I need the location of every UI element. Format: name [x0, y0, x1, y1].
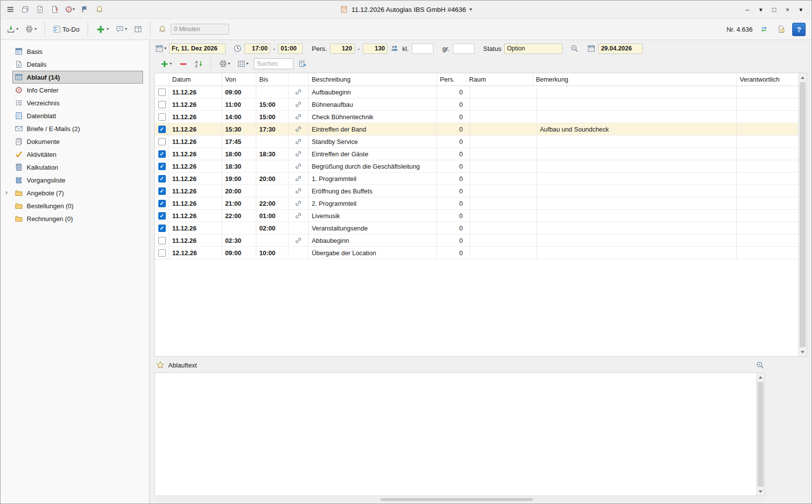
- print-button[interactable]: ▾: [23, 22, 39, 37]
- table-view-button[interactable]: ▾: [236, 57, 250, 71]
- sidebar-item-rechnungen[interactable]: Rechnungen (0): [12, 212, 143, 225]
- row-checkbox[interactable]: [158, 113, 166, 121]
- sidebar-item-angebote[interactable]: ›Angebote (7): [12, 186, 143, 199]
- delete-row-button[interactable]: [177, 57, 190, 71]
- new-document-button[interactable]: [33, 2, 47, 16]
- pers-to-field[interactable]: 130: [363, 44, 387, 54]
- notifications-button[interactable]: [93, 2, 106, 16]
- sidebar-item-dokumente[interactable]: Dokumente: [12, 135, 143, 148]
- bottom-scroll-down-button[interactable]: [757, 487, 764, 496]
- sidebar-item-aktivitaeten[interactable]: Aktivitäten: [12, 148, 143, 161]
- title-dropdown-icon[interactable]: ▾: [470, 7, 472, 12]
- column-header-verantwortlich[interactable]: Verantwortlich: [737, 73, 798, 86]
- column-header-link[interactable]: [288, 73, 309, 86]
- event-time-button[interactable]: [233, 43, 242, 54]
- table-row[interactable]: 11.12.2618:0018:30Eintreffen der Gäste0: [155, 148, 798, 160]
- row-checkbox[interactable]: [158, 126, 166, 133]
- kl-field[interactable]: [412, 44, 433, 54]
- table-export-button[interactable]: [297, 57, 309, 71]
- table-row[interactable]: 11.12.2622:0001:00Livemusik0: [155, 210, 798, 222]
- bookmark-document-button[interactable]: [48, 2, 62, 16]
- bottom-hscrollbar[interactable]: [154, 498, 765, 502]
- window-options-button[interactable]: ▾: [794, 2, 808, 16]
- row-checkbox[interactable]: [158, 89, 166, 96]
- event-date-field[interactable]: Fr, 11. Dez 2026: [169, 44, 226, 54]
- table-row[interactable]: 11.12.2614:0015:00Check Bühnentechnik0: [155, 111, 798, 123]
- column-header-datum[interactable]: Datum: [169, 73, 222, 86]
- sidebar-item-verzeichnis[interactable]: Verzeichnis: [12, 96, 143, 109]
- search-input[interactable]: [254, 58, 293, 69]
- reminder-minutes-field[interactable]: [171, 24, 229, 35]
- sidebar-item-vorgangsliste[interactable]: Vorgangsliste: [12, 174, 143, 186]
- gr-field[interactable]: [453, 44, 475, 54]
- sidebar-item-ablauf[interactable]: Ablauf (14): [12, 71, 143, 84]
- status-field[interactable]: Option: [504, 44, 563, 54]
- sidebar-item-briefe-emails[interactable]: Briefe / E-Mails (2): [12, 122, 143, 135]
- minimize-button[interactable]: –: [741, 2, 754, 16]
- people-button[interactable]: [389, 43, 399, 54]
- help-button[interactable]: ?: [792, 23, 806, 36]
- row-checkbox[interactable]: [158, 225, 166, 232]
- column-header-bis[interactable]: Bis: [256, 73, 288, 86]
- table-row[interactable]: 11.12.2621:0022:002. Programmteil0: [155, 197, 798, 210]
- table-row[interactable]: 11.12.2611:0015:00Bühnenaufbau0: [155, 98, 798, 111]
- secondary-date-field[interactable]: 29.04.2026: [598, 44, 643, 54]
- document-history-button[interactable]: [775, 22, 788, 37]
- column-header-select[interactable]: [155, 73, 169, 86]
- event-date-picker[interactable]: ▾: [154, 43, 167, 54]
- table-scrollbar[interactable]: [798, 73, 807, 356]
- new-entry-button[interactable]: ▾: [94, 22, 111, 37]
- table-row[interactable]: 11.12.2609:00Aufbaubeginn0: [155, 86, 798, 98]
- table-row[interactable]: 11.12.2615:3017:30Eintreffen der Band0Au…: [155, 123, 798, 136]
- main-menu-button[interactable]: [3, 2, 17, 16]
- bottom-scrollbar[interactable]: [756, 373, 764, 496]
- table-row[interactable]: 11.12.2602:30Abbaubeginn0: [155, 234, 798, 247]
- time-to-field[interactable]: 01:00: [278, 44, 303, 54]
- column-header-beschreibung[interactable]: Beschreibung: [309, 73, 437, 86]
- sidebar-item-details[interactable]: Details: [12, 58, 143, 71]
- windows-button[interactable]: [18, 2, 32, 16]
- hscroll-thumb[interactable]: [381, 498, 533, 501]
- sidebar-item-basis[interactable]: Basis: [12, 45, 143, 58]
- column-header-bemerkung[interactable]: Bemerkung: [533, 73, 737, 86]
- row-checkbox[interactable]: [158, 212, 166, 220]
- row-checkbox[interactable]: [158, 138, 166, 145]
- row-checkbox[interactable]: [158, 249, 166, 257]
- row-checkbox[interactable]: [158, 101, 166, 108]
- close-button[interactable]: ×: [781, 2, 794, 16]
- table-row[interactable]: 11.12.2618:30Begrüßung durch die Geschäf…: [155, 160, 798, 173]
- row-checkbox[interactable]: [158, 200, 166, 207]
- print-list-button[interactable]: ▾: [217, 57, 232, 71]
- table-row[interactable]: 11.12.2617:45Standby Service0: [155, 136, 798, 148]
- pers-from-field[interactable]: 120: [330, 44, 355, 54]
- info-center-button[interactable]: ▾: [63, 2, 77, 16]
- maximize-button[interactable]: □: [767, 2, 781, 16]
- sort-button[interactable]: AZ: [193, 57, 205, 71]
- sidebar-item-datenblatt[interactable]: Datenblatt: [12, 109, 143, 122]
- save-button[interactable]: ▾: [4, 22, 21, 37]
- column-header-raum[interactable]: Raum: [466, 73, 533, 86]
- secondary-date-picker[interactable]: [586, 43, 596, 54]
- ablauftext-area[interactable]: [154, 372, 765, 496]
- row-checkbox[interactable]: [158, 163, 166, 170]
- flag-button[interactable]: [78, 2, 92, 16]
- sidebar-item-kalkulation[interactable]: Kalkulation: [12, 161, 143, 174]
- table-row[interactable]: 12.12.2609:0010:00Übergabe der Location0: [155, 247, 798, 259]
- row-checkbox[interactable]: [158, 175, 166, 183]
- window-menu-button[interactable]: ▾: [754, 2, 767, 16]
- bottom-zoom-button[interactable]: [755, 360, 765, 370]
- bottom-scroll-up-button[interactable]: [757, 373, 764, 381]
- sidebar-item-bestellungen[interactable]: Bestellungen (0): [12, 199, 143, 212]
- todo-button[interactable]: To-Do: [50, 22, 82, 37]
- window-layout-button[interactable]: [132, 22, 144, 37]
- row-checkbox[interactable]: [158, 150, 166, 158]
- chevron-right-icon[interactable]: ›: [5, 188, 7, 196]
- reminder-button[interactable]: [156, 22, 169, 37]
- row-checkbox[interactable]: [158, 237, 166, 244]
- table-row[interactable]: 11.12.2602:00Veranstaltungsende0: [155, 222, 798, 234]
- table-scroll-up-button[interactable]: [799, 73, 807, 82]
- transfer-button[interactable]: [758, 22, 770, 37]
- sidebar-item-info-center[interactable]: Info Center: [12, 84, 143, 96]
- table-row[interactable]: 11.12.2620:00Eröffnung des Buffets0: [155, 185, 798, 197]
- bottom-scroll-thumb[interactable]: [758, 382, 764, 487]
